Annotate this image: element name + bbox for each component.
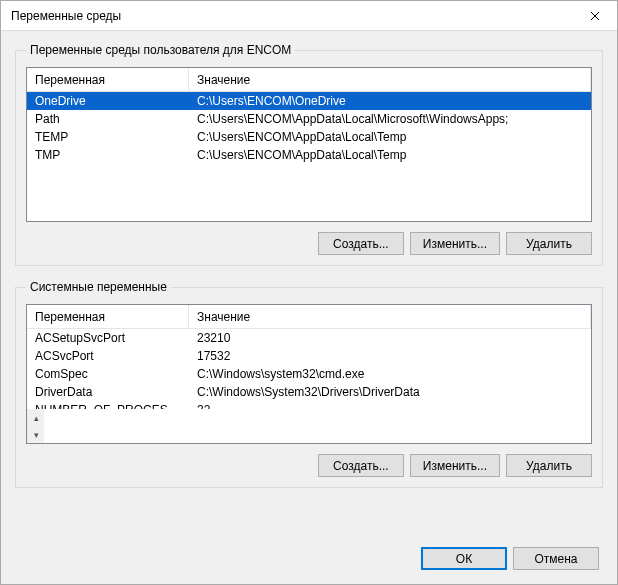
system-edit-button[interactable]: Изменить... <box>410 454 500 477</box>
system-vars-legend: Системные переменные <box>26 280 171 294</box>
var-name: ACSetupSvcPort <box>27 331 189 345</box>
table-row[interactable]: NUMBER_OF_PROCESSORS32 <box>27 401 591 409</box>
var-value: 17532 <box>189 349 591 363</box>
system-buttons: Создать... Изменить... Удалить <box>26 454 592 477</box>
user-new-button[interactable]: Создать... <box>318 232 404 255</box>
table-row[interactable]: DriverDataC:\Windows\System32\Drivers\Dr… <box>27 383 591 401</box>
table-row[interactable]: TEMPC:\Users\ENCOM\AppData\Local\Temp <box>27 128 591 146</box>
table-row[interactable]: PathC:\Users\ENCOM\AppData\Local\Microso… <box>27 110 591 128</box>
system-delete-button[interactable]: Удалить <box>506 454 592 477</box>
scroll-down-icon[interactable]: ▾ <box>28 426 44 443</box>
close-button[interactable] <box>572 1 617 30</box>
user-vars-header[interactable]: Переменная Значение <box>27 68 591 92</box>
var-value: C:\Windows\System32\Drivers\DriverData <box>189 385 591 399</box>
header-value[interactable]: Значение <box>189 305 591 328</box>
dialog-footer: ОК Отмена <box>15 543 603 574</box>
var-value: C:\Users\ENCOM\AppData\Local\Microsoft\W… <box>189 112 591 126</box>
system-scrollbar[interactable]: ▴ ▾ <box>27 409 44 443</box>
var-name: Path <box>27 112 189 126</box>
var-name: ACSvcPort <box>27 349 189 363</box>
system-vars-group: Системные переменные Переменная Значение… <box>15 280 603 488</box>
table-row[interactable]: TMPC:\Users\ENCOM\AppData\Local\Temp <box>27 146 591 164</box>
header-value[interactable]: Значение <box>189 68 591 91</box>
dialog-content: Переменные среды пользователя для ENCOM … <box>1 31 617 585</box>
var-name: TMP <box>27 148 189 162</box>
header-variable[interactable]: Переменная <box>27 68 189 91</box>
ok-button[interactable]: ОК <box>421 547 507 570</box>
var-value: 23210 <box>189 331 591 345</box>
var-value: C:\Users\ENCOM\AppData\Local\Temp <box>189 148 591 162</box>
var-name: NUMBER_OF_PROCESSORS <box>27 403 189 409</box>
var-name: ComSpec <box>27 367 189 381</box>
close-icon <box>590 11 600 21</box>
cancel-button[interactable]: Отмена <box>513 547 599 570</box>
var-value: C:\Windows\system32\cmd.exe <box>189 367 591 381</box>
user-edit-button[interactable]: Изменить... <box>410 232 500 255</box>
var-value: C:\Users\ENCOM\OneDrive <box>189 94 591 108</box>
user-buttons: Создать... Изменить... Удалить <box>26 232 592 255</box>
var-name: DriverData <box>27 385 189 399</box>
user-delete-button[interactable]: Удалить <box>506 232 592 255</box>
table-row[interactable]: ACSvcPort17532 <box>27 347 591 365</box>
system-vars-list[interactable]: Переменная Значение ACSetupSvcPort23210A… <box>26 304 592 444</box>
titlebar: Переменные среды <box>1 1 617 31</box>
var-name: OneDrive <box>27 94 189 108</box>
window-title: Переменные среды <box>11 9 121 23</box>
table-row[interactable]: OneDriveC:\Users\ENCOM\OneDrive <box>27 92 591 110</box>
var-value: 32 <box>189 403 591 409</box>
scroll-up-icon[interactable]: ▴ <box>28 409 44 426</box>
var-name: TEMP <box>27 130 189 144</box>
system-vars-header[interactable]: Переменная Значение <box>27 305 591 329</box>
table-row[interactable]: ACSetupSvcPort23210 <box>27 329 591 347</box>
table-row[interactable]: ComSpecC:\Windows\system32\cmd.exe <box>27 365 591 383</box>
header-variable[interactable]: Переменная <box>27 305 189 328</box>
user-vars-group: Переменные среды пользователя для ENCOM … <box>15 43 603 266</box>
system-new-button[interactable]: Создать... <box>318 454 404 477</box>
var-value: C:\Users\ENCOM\AppData\Local\Temp <box>189 130 591 144</box>
user-vars-list[interactable]: Переменная Значение OneDriveC:\Users\ENC… <box>26 67 592 222</box>
user-vars-legend: Переменные среды пользователя для ENCOM <box>26 43 295 57</box>
